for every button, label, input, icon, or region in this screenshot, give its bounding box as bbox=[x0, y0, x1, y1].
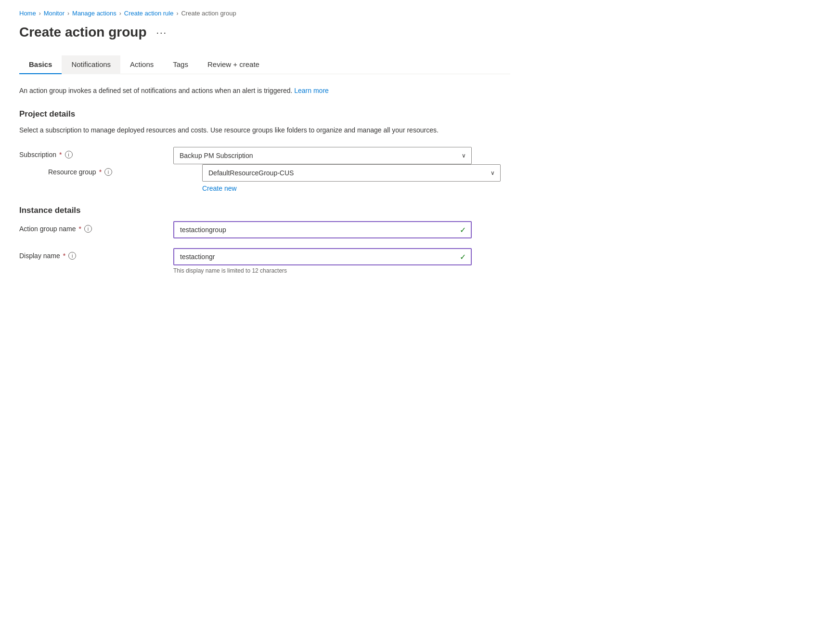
resource-group-info-icon[interactable]: i bbox=[104, 168, 112, 176]
subscription-select-wrapper: Backup PM Subscription ∨ bbox=[173, 147, 472, 164]
breadcrumb-sep-1: › bbox=[39, 10, 41, 17]
display-name-info-icon[interactable]: i bbox=[68, 252, 76, 260]
action-group-name-label: Action group name bbox=[19, 225, 76, 233]
breadcrumb: Home › Monitor › Manage actions › Create… bbox=[19, 10, 510, 17]
tab-basics[interactable]: Basics bbox=[19, 55, 62, 74]
display-name-control: ✓ This display name is limited to 12 cha… bbox=[173, 248, 472, 274]
more-options-button[interactable]: ··· bbox=[152, 25, 171, 40]
resource-group-select-wrapper: DefaultResourceGroup-CUS ∨ bbox=[202, 164, 501, 182]
action-group-name-check-icon: ✓ bbox=[460, 225, 466, 235]
resource-group-control: DefaultResourceGroup-CUS ∨ Create new bbox=[202, 164, 501, 192]
create-new-link[interactable]: Create new bbox=[202, 184, 237, 192]
display-name-check-icon: ✓ bbox=[460, 252, 466, 262]
action-group-name-required: * bbox=[79, 225, 81, 233]
subscription-label-col: Subscription * i bbox=[19, 147, 164, 158]
action-group-name-control: ✓ bbox=[173, 221, 472, 238]
tab-notifications[interactable]: Notifications bbox=[62, 55, 120, 74]
resource-group-label-col: Resource group * i bbox=[48, 164, 193, 176]
page-header: Create action group ··· bbox=[19, 25, 510, 40]
display-name-label: Display name bbox=[19, 252, 60, 260]
display-name-label-col: Display name * i bbox=[19, 248, 164, 260]
breadcrumb-monitor[interactable]: Monitor bbox=[44, 10, 65, 17]
page-title: Create action group bbox=[19, 25, 146, 40]
subscription-select[interactable]: Backup PM Subscription bbox=[173, 147, 472, 164]
tab-actions[interactable]: Actions bbox=[120, 55, 163, 74]
resource-group-row: Resource group * i DefaultResourceGroup-… bbox=[48, 164, 510, 192]
learn-more-link[interactable]: Learn more bbox=[294, 87, 329, 94]
subscription-required: * bbox=[59, 151, 62, 158]
project-details-section: Project details Select a subscription to… bbox=[19, 109, 510, 192]
action-group-name-input[interactable] bbox=[173, 221, 472, 238]
subscription-control: Backup PM Subscription ∨ bbox=[173, 147, 472, 164]
action-group-name-row: Action group name * i ✓ bbox=[19, 221, 510, 238]
action-group-name-input-wrapper: ✓ bbox=[173, 221, 472, 238]
display-name-hint: This display name is limited to 12 chara… bbox=[173, 267, 472, 274]
breadcrumb-sep-3: › bbox=[119, 10, 121, 17]
project-details-description: Select a subscription to manage deployed… bbox=[19, 125, 510, 135]
breadcrumb-home[interactable]: Home bbox=[19, 10, 36, 17]
action-group-name-label-col: Action group name * i bbox=[19, 221, 164, 233]
subscription-row: Subscription * i Backup PM Subscription … bbox=[19, 147, 510, 164]
tab-bar: Basics Notifications Actions Tags Review… bbox=[19, 55, 510, 74]
resource-group-label: Resource group bbox=[48, 168, 96, 176]
breadcrumb-create-action-rule[interactable]: Create action rule bbox=[124, 10, 174, 17]
display-name-input[interactable] bbox=[173, 248, 472, 265]
project-details-title: Project details bbox=[19, 109, 510, 119]
breadcrumb-sep-4: › bbox=[176, 10, 178, 17]
display-name-required: * bbox=[63, 252, 65, 260]
breadcrumb-manage-actions[interactable]: Manage actions bbox=[72, 10, 116, 17]
instance-details-section: Instance details Action group name * i ✓… bbox=[19, 206, 510, 274]
display-name-row: Display name * i ✓ This display name is … bbox=[19, 248, 510, 274]
display-name-input-wrapper: ✓ bbox=[173, 248, 472, 265]
subscription-info-icon[interactable]: i bbox=[65, 151, 73, 158]
subscription-label: Subscription bbox=[19, 151, 56, 158]
instance-details-title: Instance details bbox=[19, 206, 510, 215]
tab-review-create[interactable]: Review + create bbox=[198, 55, 269, 74]
resource-group-select[interactable]: DefaultResourceGroup-CUS bbox=[202, 164, 501, 182]
action-group-name-info-icon[interactable]: i bbox=[84, 225, 92, 233]
tab-tags[interactable]: Tags bbox=[163, 55, 198, 74]
resource-group-required: * bbox=[99, 168, 102, 176]
description-text: An action group invokes a defined set of… bbox=[19, 86, 510, 96]
breadcrumb-sep-2: › bbox=[67, 10, 69, 17]
breadcrumb-current: Create action group bbox=[181, 10, 236, 17]
